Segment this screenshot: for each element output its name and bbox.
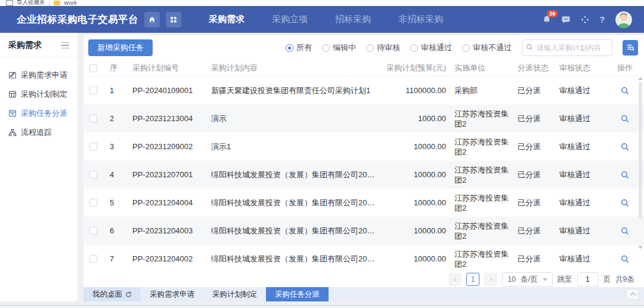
status-filter-5[interactable]: 审核不通过 [462,42,512,53]
row-code: PP-20231209002 [132,142,208,151]
nav-item-1[interactable]: 采购需求 [209,14,244,25]
filter-label: 待审核 [377,42,400,53]
view-details-button[interactable] [613,227,637,235]
row-checkbox[interactable] [89,143,97,150]
scroll-up-icon[interactable] [638,77,643,80]
row-seq: 7 [110,254,129,263]
help-button[interactable]: ? [599,15,605,24]
row-audit-status: 审核通过 [559,254,609,264]
table-body: 1PP-20240109001新疆天聚建设投资集团有限责任公司采购计划11100… [83,76,644,272]
row-checkbox[interactable] [89,227,97,235]
sidebar-collapse-icon[interactable] [60,41,70,50]
tabbar-collapse-button[interactable] [626,289,639,300]
toolbar: 新增采购任务 所有编辑中待审核审核通过审核不通过 [83,35,644,60]
jump-page-input[interactable] [577,272,599,287]
view-details-button[interactable] [613,171,637,179]
view-details-button[interactable] [613,255,637,263]
sidebar-item-4[interactable]: 流程追踪 [0,123,78,142]
row-checkbox[interactable] [89,115,97,122]
status-filter-1[interactable]: 所有 [286,42,312,53]
row-seq: 3 [110,142,129,151]
row-content: 绵阳科技城发展投资（发展）集团有限公司2024年度第一季度采购 [211,170,377,180]
refresh-icon[interactable] [125,291,132,298]
notification-badge: 26 [547,10,558,17]
apps-menu-button[interactable] [166,12,181,27]
sidebar-menu: 采购需求申请采购计划制定采购任务分派流程追踪 [0,57,78,142]
scrollbar-thumb[interactable] [639,82,642,219]
col-actions: 操作 [613,63,637,73]
row-code: PP-20231204002 [132,254,208,263]
row-audit-status: 审核通过 [559,113,609,124]
row-assign-status: 已分派 [518,226,556,236]
sidebar-item-label: 采购任务分派 [21,108,67,119]
current-page-button[interactable]: 1 [466,273,479,286]
row-unit: 江苏苏海投资集团2 [454,249,514,269]
home-button[interactable] [144,12,160,27]
content-card: 新增采购任务 所有编辑中待审核审核通过审核不通过 [83,35,644,287]
body-area: 采购需求 采购需求申请采购计划制定采购任务分派流程追踪 新增采购任务 所有编辑中… [0,33,644,301]
nav-item-4[interactable]: 非招标采购 [398,14,443,25]
magnifier-icon [621,87,629,95]
nav-item-2[interactable]: 采购立项 [272,14,308,25]
status-filter-3[interactable]: 待审核 [366,42,400,53]
select-all-checkbox[interactable] [89,64,97,72]
radio-icon [410,44,418,52]
view-details-button[interactable] [613,115,637,123]
navigate-button[interactable] [580,15,590,24]
prev-page-button[interactable]: ‹ [448,273,462,286]
footer-tab-2[interactable]: 采购需求申请 [141,287,203,301]
view-details-button[interactable] [613,199,637,207]
user-avatar[interactable] [615,11,632,28]
row-content: 演示 [211,113,377,124]
row-unit: 采购部 [454,85,514,96]
table-row: 3PP-20231209002演示110000.00江苏苏海投资集团2已分派审核… [83,133,644,161]
messages-button[interactable] [561,15,571,24]
advanced-search-button[interactable] [623,40,638,56]
radio-icon [286,44,293,52]
favorites-folder-label[interactable]: Work [64,0,77,6]
status-filter-2[interactable]: 编辑中 [322,42,356,53]
table-row: 7PP-20231204002绵阳科技城发展投资（发展）集团有限公司2023年度… [83,245,644,272]
sidebar-item-3[interactable]: 采购任务分派 [0,104,78,123]
row-seq: 1 [110,86,129,95]
status-filter-4[interactable]: 审核通过 [410,42,452,53]
footer-tab-label: 采购任务分派 [275,289,320,300]
row-unit: 江苏苏海投资集团2 [454,165,514,185]
row-content: 新疆天聚建设投资集团有限责任公司采购计划1 [211,85,377,96]
footer-tab-1[interactable]: 我的桌面 [83,287,141,301]
view-details-button[interactable] [613,143,637,151]
table-header: 序 采购计划编号 采购计划内容 采购计划预算(元) 实施单位 分派状态 审核状态… [83,60,644,76]
nav-item-3[interactable]: 招标采购 [335,14,371,25]
page-size-select[interactable]: 10 条/页 [502,272,552,287]
row-checkbox[interactable] [89,87,97,94]
row-checkbox[interactable] [89,171,97,178]
browser-favorites-strip: 导入收藏夹 | Work [0,0,644,6]
footer-tab-4[interactable]: 采购任务分派 [266,287,329,301]
row-audit-status: 审核通过 [559,198,609,208]
row-budget: 10000.00 [380,254,451,263]
next-page-button[interactable]: › [484,273,497,286]
table-row: 5PP-20231204004绵阳科技城发展投资（发展）集团有限公司2023年度… [83,189,644,217]
add-task-button[interactable]: 新增采购任务 [88,39,153,56]
import-favorites-icon [6,0,13,6]
import-favorites-label[interactable]: 导入收藏夹 [17,0,45,6]
notifications-button[interactable]: 26 [542,15,552,24]
status-filter-group: 所有编辑中待审核审核通过审核不通过 [286,42,512,53]
nav-item-label: 采购立项 [272,14,308,24]
magnifier-icon [621,199,629,207]
magnifier-icon [621,143,629,151]
footer-tab-bar: 我的桌面采购需求申请采购计划制定采购任务分派 [83,287,644,301]
row-checkbox[interactable] [89,255,97,263]
row-audit-status: 审核通过 [559,85,609,96]
flow-chart-icon [8,128,17,137]
sidebar-item-1[interactable]: 采购需求申请 [0,66,78,85]
sidebar-item-2[interactable]: 采购计划制定 [0,85,78,104]
footer-tab-3[interactable]: 采购计划制定 [203,287,266,301]
col-code: 采购计划编号 [132,63,208,73]
row-checkbox[interactable] [89,199,97,207]
table-scrollbar[interactable] [638,77,643,249]
search-input[interactable] [535,43,608,53]
radio-icon [462,44,470,52]
view-details-button[interactable] [613,87,637,95]
scroll-down-icon[interactable] [638,246,643,249]
